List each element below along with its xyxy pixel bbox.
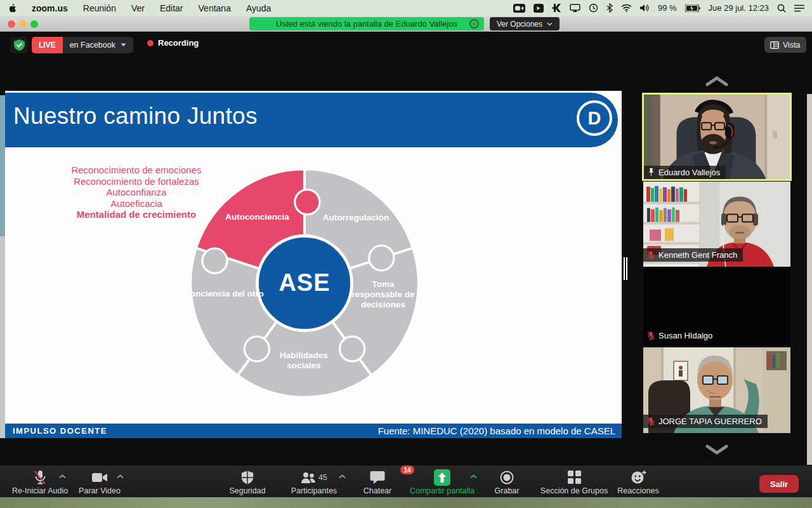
participant-name: JORGE TAPIA GUERRERO	[658, 417, 762, 426]
close-window-button[interactable]	[8, 20, 15, 28]
security-button[interactable]: Seguridad	[220, 469, 275, 495]
chat-button[interactable]: 14 Chatear	[351, 469, 404, 495]
participant-name-tag: Kenneth Gent Franch	[643, 248, 743, 262]
stop-video-button[interactable]: Parar Video	[71, 469, 128, 495]
menu-reunion[interactable]: Reunión	[83, 3, 116, 13]
menu-ayuda[interactable]: Ayuda	[246, 3, 271, 13]
time-machine-icon[interactable]	[589, 3, 598, 13]
airplay-icon[interactable]	[570, 4, 580, 13]
breakout-rooms-button[interactable]: Sección de Grupos	[535, 469, 613, 495]
menu-app-name[interactable]: zoom.us	[32, 3, 68, 13]
minimize-window-button[interactable]	[19, 20, 27, 28]
background-window-edge-teal	[0, 95, 5, 236]
share-screen-icon	[434, 469, 450, 486]
pin-icon	[648, 168, 655, 177]
breakout-grid-icon	[568, 471, 581, 484]
mic-muted-icon	[33, 470, 47, 485]
breakout-label: Sección de Grupos	[540, 486, 608, 495]
apple-icon[interactable]	[8, 3, 16, 13]
shield-icon	[240, 470, 254, 485]
recording-indicator: Recording	[147, 38, 199, 48]
logo-letter: D	[588, 108, 601, 129]
participants-icon	[301, 471, 316, 484]
screen: zoom.us Reunión Ver Editar Ventana Ayuda…	[0, 0, 812, 508]
reactions-button[interactable]: Reacciones	[610, 469, 666, 495]
grid-view-icon	[770, 41, 779, 49]
muted-mic-icon	[647, 331, 655, 340]
participant-name-tag: Eduardo Vallejos	[644, 166, 726, 179]
record-button[interactable]: Grabar	[483, 469, 530, 495]
camera-status-icon[interactable]	[513, 4, 525, 13]
app-k-icon[interactable]	[552, 3, 561, 13]
battery-icon	[685, 4, 700, 12]
view-options-dropdown[interactable]: Ver Opciones	[490, 17, 560, 30]
chevron-down-icon	[547, 22, 553, 26]
scroll-down-chevron[interactable]	[705, 444, 728, 455]
bluetooth-icon[interactable]	[606, 3, 613, 13]
video-options-caret[interactable]	[117, 474, 124, 479]
video-label: Parar Video	[79, 486, 121, 495]
recording-label: Recording	[158, 38, 199, 48]
audio-options-caret[interactable]	[59, 474, 66, 479]
screen-share-banner: Usted está viendo la pantalla de Eduardo…	[249, 17, 484, 30]
vista-label: Vista	[783, 41, 801, 50]
chat-label: Chatear	[363, 486, 391, 495]
reactions-label: Reacciones	[617, 486, 658, 495]
video-tile-eduardo[interactable]: Eduardo Vallejos	[642, 93, 792, 181]
video-camera-icon	[91, 472, 108, 483]
zoom-toolbar: Re-Iniciar Audio Parar Video Seguridad 4…	[0, 465, 812, 497]
muted-mic-icon	[647, 251, 655, 259]
security-label: Seguridad	[230, 486, 266, 495]
menu-ver[interactable]: Ver	[131, 3, 145, 13]
wifi-icon[interactable]	[621, 4, 632, 12]
segment-autoconciencia: Autoconciencia	[214, 212, 300, 222]
share-screen-button[interactable]: Compartir pantalla	[398, 469, 487, 495]
participant-name: Kenneth Gent Franch	[658, 250, 737, 260]
view-options-label: Ver Opciones	[497, 20, 542, 29]
segment-toma-responsable: Toma responsable de decisiones	[348, 279, 419, 310]
unmute-audio-button[interactable]: Re-Iniciar Audio	[6, 469, 74, 495]
muted-mic-icon	[647, 417, 655, 425]
chevron-down-icon	[121, 43, 126, 47]
record-label: Grabar	[495, 486, 520, 495]
shared-presentation-slide: Nuestro camino Juntos D Reconocimiento d…	[5, 91, 622, 438]
recording-dot-icon	[147, 40, 154, 46]
participant-name: Susan HIdalgo	[658, 331, 712, 340]
leave-meeting-button[interactable]: Salir	[759, 475, 799, 493]
spotlight-icon[interactable]	[777, 4, 786, 13]
video-tile-kenneth[interactable]: Kenneth Gent Franch	[643, 182, 790, 267]
footer-source: Fuente: MINEDUC (2020) basado en modelo …	[378, 425, 615, 436]
video-tile-jorge[interactable]: JORGE TAPIA GUERRERO	[643, 347, 790, 433]
menu-clock[interactable]: Jue 29 jul. 12:23	[709, 3, 769, 13]
segment-autorregulacion: Autorregulación	[308, 213, 403, 223]
video-tile-susan[interactable]: Susan HIdalgo	[643, 269, 790, 345]
share-scrollbar-handle[interactable]	[624, 257, 628, 280]
view-layout-button[interactable]: Vista	[764, 37, 806, 53]
macos-menu-bar: zoom.us Reunión Ver Editar Ventana Ayuda…	[0, 0, 812, 16]
chat-bubble-icon	[370, 471, 385, 485]
menu-ventana[interactable]: Ventana	[199, 3, 231, 13]
notification-list-icon[interactable]	[794, 4, 804, 12]
menu-editar[interactable]: Editar	[160, 3, 183, 13]
zoom-window-button[interactable]	[30, 20, 38, 28]
share-options-caret[interactable]	[470, 474, 477, 479]
participants-count: 45	[318, 473, 327, 482]
live-stream-dropdown[interactable]: LIVE en Facebook	[32, 37, 133, 53]
footer-brand: IMPULSO DOCENTE	[13, 426, 107, 436]
share-banner-text: Usted está viendo la pantalla de Eduardo…	[276, 19, 457, 29]
security-shield-button[interactable]	[10, 37, 28, 53]
reactions-smiley-icon	[631, 470, 646, 485]
diagram-center-label: ASE	[273, 269, 336, 297]
window-titlebar: Usted está viendo la pantalla de Eduardo…	[0, 16, 812, 32]
slide-footer-bar: IMPULSO DOCENTE Fuente: MINEDUC (2020) b…	[5, 424, 622, 438]
live-badge: LIVE	[32, 37, 63, 53]
leave-label: Salir	[770, 479, 788, 489]
app-square-icon[interactable]	[534, 4, 544, 13]
scroll-up-chevron[interactable]	[705, 76, 728, 86]
audio-label: Re-Iniciar Audio	[12, 486, 68, 495]
background-window-edge-right	[807, 94, 812, 488]
volume-icon[interactable]	[640, 4, 650, 12]
participants-options-caret[interactable]	[339, 474, 346, 479]
participants-button[interactable]: 45 Participantes	[280, 469, 348, 495]
participant-name-tag: Susan HIdalgo	[643, 329, 718, 342]
